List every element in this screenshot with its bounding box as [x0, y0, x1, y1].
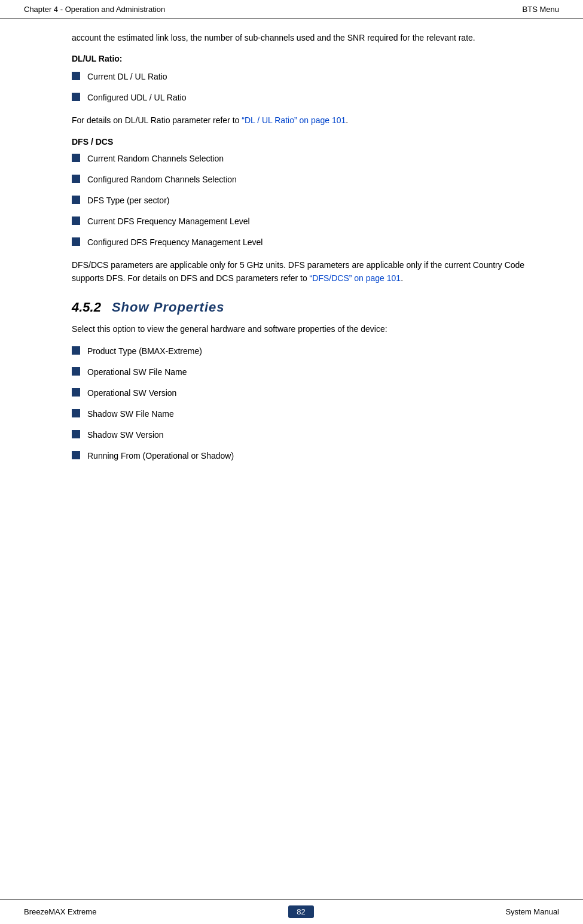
bullet-icon: [72, 154, 80, 162]
bullet-icon: [72, 216, 80, 225]
bullet-icon: [72, 346, 80, 355]
list-item-text: Configured DFS Frequency Management Leve…: [87, 236, 262, 249]
list-item: Shadow SW Version: [72, 429, 535, 441]
dfs-dcs-list: Current Random Channels Selection Config…: [72, 153, 535, 249]
show-properties-intro: Select this option to view the general h…: [72, 322, 535, 336]
details-text: For details on DL/UL Ratio parameter ref…: [72, 115, 242, 125]
bullet-icon: [72, 196, 80, 204]
bullet-icon: [72, 175, 80, 183]
dfs-desc-text: DFS/DCS parameters are applicable only f…: [72, 260, 524, 283]
page-header: Chapter 4 - Operation and Administration…: [0, 0, 583, 19]
dfs-dcs-section: DFS / DCS Current Random Channels Select…: [72, 137, 535, 285]
list-item-text: Current Random Channels Selection: [87, 153, 224, 165]
dl-ul-ratio-details: For details on DL/UL Ratio parameter ref…: [72, 114, 535, 127]
list-item: DFS Type (per sector): [72, 194, 535, 207]
list-item-text: Operational SW Version: [87, 387, 176, 400]
list-item-text: Current DL / UL Ratio: [87, 71, 167, 83]
bullet-icon: [72, 430, 80, 438]
page-content: account the estimated link loss, the num…: [0, 19, 583, 496]
dfs-dcs-description: DFS/DCS parameters are applicable only f…: [72, 258, 535, 285]
dl-ul-ratio-link[interactable]: “DL / UL Ratio” on page 101: [242, 115, 346, 125]
list-item: Product Type (BMAX-Extreme): [72, 345, 535, 358]
footer-page-number: 82: [288, 905, 313, 918]
list-item: Operational SW File Name: [72, 366, 535, 379]
bullet-icon: [72, 409, 80, 417]
list-item: Configured DFS Frequency Management Leve…: [72, 236, 535, 249]
list-item-text: DFS Type (per sector): [87, 194, 169, 207]
list-item-text: Configured Random Channels Selection: [87, 173, 237, 186]
footer-left: BreezeMAX Extreme: [24, 907, 96, 916]
show-properties-section: Select this option to view the general h…: [72, 322, 535, 462]
list-item-text: Shadow SW File Name: [87, 408, 174, 420]
list-item-text: Configured UDL / UL Ratio: [87, 92, 186, 104]
bullet-icon: [72, 451, 80, 459]
list-item: Operational SW Version: [72, 387, 535, 400]
section-number: 4.5.2: [72, 300, 101, 315]
list-item: Configured Random Channels Selection: [72, 173, 535, 186]
list-item: Current DL / UL Ratio: [72, 71, 535, 83]
list-item-text: Current DFS Frequency Management Level: [87, 215, 250, 228]
bullet-icon: [72, 72, 80, 80]
show-properties-list: Product Type (BMAX-Extreme) Operational …: [72, 345, 535, 462]
list-item-text: Running From (Operational or Shadow): [87, 450, 234, 462]
list-item-text: Operational SW File Name: [87, 366, 187, 379]
list-item: Configured UDL / UL Ratio: [72, 92, 535, 104]
bullet-icon: [72, 93, 80, 101]
list-item: Shadow SW File Name: [72, 408, 535, 420]
footer-right: System Manual: [505, 907, 559, 916]
section-title: Show Properties: [112, 300, 225, 315]
dfs-dcs-label: DFS / DCS: [72, 137, 535, 147]
bullet-icon: [72, 388, 80, 397]
header-right: BTS Menu: [523, 5, 559, 14]
details-end: .: [346, 115, 348, 125]
dl-ul-ratio-list: Current DL / UL Ratio Configured UDL / U…: [72, 71, 535, 104]
bullet-icon: [72, 367, 80, 376]
list-item: Current Random Channels Selection: [72, 153, 535, 165]
dl-ul-ratio-section: DL/UL Ratio: Current DL / UL Ratio Confi…: [72, 54, 535, 127]
list-item: Running From (Operational or Shadow): [72, 450, 535, 462]
bullet-icon: [72, 237, 80, 246]
page-footer: BreezeMAX Extreme 82 System Manual: [0, 899, 583, 924]
list-item-text: Product Type (BMAX-Extreme): [87, 345, 202, 358]
section-heading: 4.5.2 Show Properties: [72, 300, 535, 315]
list-item-text: Shadow SW Version: [87, 429, 164, 441]
dl-ul-ratio-label: DL/UL Ratio:: [72, 54, 535, 63]
dfs-dcs-link[interactable]: “DFS/DCS” on page 101: [310, 273, 401, 283]
header-left: Chapter 4 - Operation and Administration: [24, 5, 165, 14]
intro-paragraph: account the estimated link loss, the num…: [72, 31, 535, 44]
dfs-desc-end: .: [401, 273, 403, 283]
list-item: Current DFS Frequency Management Level: [72, 215, 535, 228]
